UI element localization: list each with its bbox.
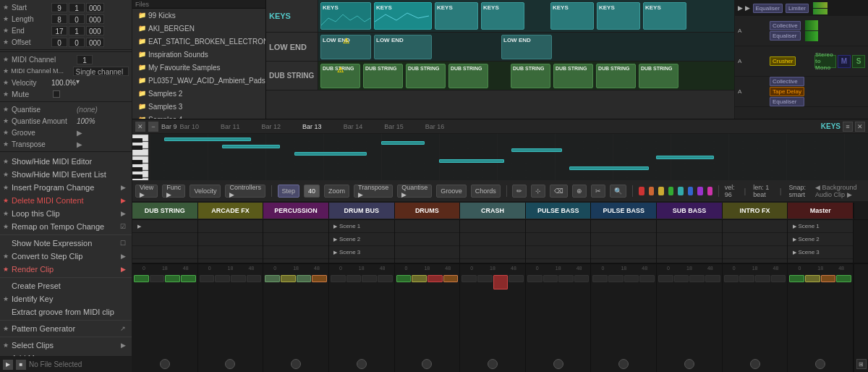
color-purple[interactable]	[697, 187, 703, 195]
limiter-btn[interactable]: Limiter	[786, 4, 809, 13]
menu-pattern-generator[interactable]: ★ Pattern Generator ↗	[0, 322, 132, 335]
midi-channel-mode[interactable]: Single channel ▾	[73, 67, 129, 76]
step-button[interactable]	[789, 275, 804, 282]
step-button[interactable]	[312, 275, 327, 282]
file-item-aki[interactable]: 📁 AKI_BERGEN	[132, 22, 265, 35]
step-btn[interactable]: Step	[278, 185, 300, 198]
file-item-samples4[interactable]: 📁 Samples 4	[132, 113, 265, 119]
step-button[interactable]	[200, 275, 215, 282]
file-item-samples2[interactable]: 📁 Samples 2	[132, 87, 265, 100]
midi-note[interactable]	[294, 152, 367, 156]
keys-clip-7[interactable]: KEYS	[643, 2, 686, 30]
dubstring-clip-7[interactable]: DUB STRING	[596, 64, 636, 88]
step-button[interactable]	[346, 275, 362, 282]
scene-slot[interactable]	[395, 246, 460, 259]
stop-button[interactable]: ■	[16, 360, 26, 370]
scene-slot[interactable]: ▶Scene 2	[329, 233, 394, 246]
color-blue[interactable]	[688, 187, 694, 195]
offset-val-2[interactable]: 0	[69, 38, 85, 47]
zoom-btn[interactable]: Zoom	[324, 185, 349, 198]
end-val-1[interactable]: 17	[51, 26, 67, 35]
scene-slot[interactable]	[723, 233, 788, 246]
scene-slot[interactable]	[526, 246, 591, 259]
pulse-bass-2-track-header[interactable]: PULSE BASS	[591, 203, 657, 219]
length-val-1[interactable]: 8	[51, 14, 67, 24]
lowend-clip-2[interactable]: LOW END	[374, 35, 432, 59]
scene-slot[interactable]	[526, 233, 591, 246]
color-yellow[interactable]	[658, 187, 664, 195]
scene-slot[interactable]: ▶Scene 2	[788, 233, 853, 246]
scene-slot[interactable]: ▶Scene 1	[788, 220, 853, 233]
step-button[interactable]	[527, 275, 542, 282]
mute-checkbox[interactable]	[53, 90, 60, 98]
erase-tool-btn[interactable]: ⌫	[550, 185, 568, 198]
step-button[interactable]	[755, 275, 770, 282]
piano-roll-close-btn[interactable]: ✕	[135, 122, 145, 132]
scene-slot[interactable]	[657, 233, 722, 246]
file-item-plo[interactable]: 📁 PL0357_WAV_ACID_Ambient_Pads	[132, 74, 265, 87]
step-button[interactable]	[558, 275, 574, 282]
groove-toolbar-btn[interactable]: Groove	[436, 185, 467, 198]
dubstring-clip-2[interactable]: DUB STRING	[363, 64, 403, 88]
scene-slot[interactable]	[460, 220, 525, 233]
piano-roll-fold-btn[interactable]: ≡	[843, 122, 853, 132]
glue-tool-btn[interactable]: ⊕	[572, 185, 587, 198]
scene-slot[interactable]: ▶	[132, 220, 197, 233]
color-green[interactable]	[668, 187, 674, 195]
view-btn[interactable]: View ▶	[135, 185, 158, 198]
quantise-value[interactable]: (none)	[77, 106, 98, 114]
scene-slot[interactable]	[460, 246, 525, 259]
pulse-bass-1-track-header[interactable]: PULSE BASS	[526, 203, 592, 219]
step-button[interactable]	[231, 275, 246, 282]
step-button[interactable]	[215, 275, 230, 282]
scene-slot[interactable]	[132, 246, 197, 259]
pencil-tool-btn[interactable]: ✏	[512, 185, 527, 198]
dubstring-clip-6[interactable]: DUB STRING	[553, 64, 593, 88]
step-button[interactable]	[297, 275, 312, 282]
menu-show-midi-editor[interactable]: ★ Show/Hide MIDI Editor	[0, 155, 132, 168]
quantise-toolbar-btn[interactable]: Quantise ▶	[397, 185, 432, 198]
length-val-2[interactable]: 0	[69, 14, 85, 24]
equaliser-btn-1[interactable]: Equaliser	[770, 31, 801, 41]
step-button[interactable]	[165, 275, 180, 282]
menu-insert-program[interactable]: ★ Insert Program Change ▶	[0, 181, 132, 194]
scene-slot[interactable]	[395, 220, 460, 233]
step-button[interactable]	[461, 275, 477, 282]
m-btn[interactable]: M	[838, 55, 851, 68]
scene-slot[interactable]	[526, 220, 591, 233]
scene-slot[interactable]	[591, 246, 656, 259]
scene-slot[interactable]	[263, 233, 328, 246]
knob[interactable]	[684, 359, 694, 369]
color-teal[interactable]	[678, 187, 684, 195]
scene-slot[interactable]	[263, 246, 328, 259]
step-button[interactable]	[658, 275, 673, 282]
file-item-samples3[interactable]: 📁 Samples 3	[132, 100, 265, 113]
step-button[interactable]	[639, 275, 655, 282]
midi-note[interactable]	[164, 138, 251, 141]
color-red[interactable]	[639, 187, 644, 195]
velocity-value[interactable]: 100.0%	[51, 79, 76, 87]
transpose-toolbar-btn[interactable]: Transpose ▶	[354, 185, 393, 198]
step-button[interactable]	[427, 275, 443, 282]
knob[interactable]	[422, 359, 432, 369]
file-item-myfav[interactable]: 📁 My Favourite Samples	[132, 61, 265, 74]
color-orange[interactable]	[649, 187, 655, 195]
menu-remap-tempo[interactable]: ★ Remap on Tempo Change ☑	[0, 220, 132, 233]
scene-slot[interactable]: ▶Scene 3	[329, 246, 394, 259]
scene-slot[interactable]	[591, 233, 656, 246]
keys-clip-1[interactable]: KEYS	[320, 2, 371, 30]
lowend-clip-3[interactable]: LOW END	[501, 35, 552, 59]
chords-toolbar-btn[interactable]: Chords	[471, 185, 501, 198]
scene-slot[interactable]	[723, 246, 788, 259]
menu-render-clip[interactable]: ★ Render Clip ▶	[0, 263, 132, 276]
knob[interactable]	[815, 359, 825, 369]
step-button[interactable]	[574, 275, 590, 282]
step-button[interactable]	[412, 275, 427, 282]
collective-btn-3[interactable]: Collective	[770, 77, 804, 86]
menu-delete-midi[interactable]: ★ Delete MIDI Content ▶	[0, 194, 132, 207]
step-button[interactable]	[543, 275, 558, 282]
step-button[interactable]	[247, 275, 262, 282]
scene-slot[interactable]	[657, 220, 722, 233]
velocity-btn[interactable]: Velocity	[190, 185, 221, 198]
keys-clip-2[interactable]: KEYS	[374, 2, 432, 30]
